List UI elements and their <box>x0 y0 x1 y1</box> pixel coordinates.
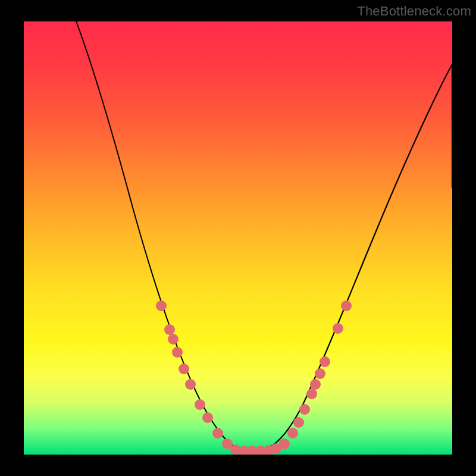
dot-right <box>341 300 352 311</box>
dot-left <box>202 412 213 423</box>
dot-right <box>320 356 330 367</box>
dot-left <box>172 347 183 358</box>
chart-svg <box>24 21 452 455</box>
dot-right <box>315 368 325 379</box>
dot-right <box>293 417 304 428</box>
dot-left <box>212 428 223 439</box>
curve-left <box>76 21 257 451</box>
dot-left <box>195 399 205 410</box>
dot-right <box>333 323 343 334</box>
dot-left <box>168 334 178 345</box>
plot-area <box>24 21 452 455</box>
dot-left <box>185 379 196 390</box>
watermark-text: TheBottleneck.com <box>357 4 471 19</box>
dot-right <box>299 404 310 415</box>
dot-right <box>310 379 321 390</box>
curve-right <box>257 64 452 451</box>
dot-left <box>164 324 175 335</box>
dots-group <box>156 300 352 455</box>
dot-right <box>306 389 317 399</box>
chart-frame: TheBottleneck.com <box>0 0 476 476</box>
dot-left <box>156 300 167 311</box>
dot-right <box>287 428 298 439</box>
dot-left <box>178 364 189 374</box>
dot-right <box>279 439 290 449</box>
